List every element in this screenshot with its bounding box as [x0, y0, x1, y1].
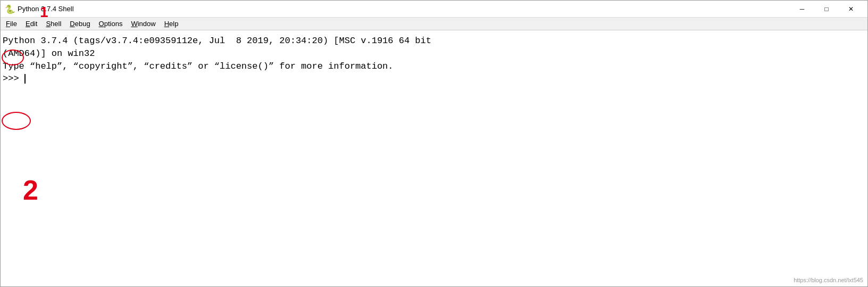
shell-prompt-line[interactable]: >>> [3, 72, 865, 85]
title-bar-left: 🐍 Python 3.7.4 Shell [5, 4, 74, 14]
annotation-circle-prompt [2, 112, 31, 130]
watermark: https://blog.csdn.net/lxt545 [794, 277, 863, 283]
shell-prompt: >>> [3, 72, 24, 85]
app-icon: 🐍 [5, 4, 14, 14]
close-button[interactable]: ✕ [839, 1, 863, 18]
menu-file[interactable]: File [2, 19, 21, 29]
maximize-button[interactable]: □ [814, 1, 839, 18]
shell-content[interactable]: Python 3.7.4 (tags/v3.7.4:e09359112e, Ju… [1, 30, 867, 286]
window-title: Python 3.7.4 Shell [18, 5, 74, 13]
menu-shell[interactable]: Shell [41, 19, 65, 29]
menu-bar: File Edit Shell Debug Options Window Hel… [1, 18, 867, 30]
shell-cursor [24, 74, 26, 84]
minimize-button[interactable]: ─ [790, 1, 814, 18]
main-window: 🐍 Python 3.7.4 Shell ─ □ ✕ 1 File Edit S… [0, 0, 868, 287]
menu-edit[interactable]: Edit [21, 19, 41, 29]
shell-output-line3: Type “help”, “copyright”, “credits” or “… [3, 60, 865, 73]
title-bar: 🐍 Python 3.7.4 Shell ─ □ ✕ 1 [1, 1, 867, 18]
menu-options[interactable]: Options [95, 19, 127, 29]
shell-output-line1: Python 3.7.4 (tags/v3.7.4:e09359112e, Ju… [3, 35, 865, 47]
annotation-2: 2 [23, 174, 38, 206]
menu-debug[interactable]: Debug [65, 19, 94, 29]
menu-window[interactable]: Window [127, 19, 160, 29]
shell-output-line2: (AMD64)] on win32 [3, 47, 865, 60]
title-bar-controls: ─ □ ✕ [790, 1, 863, 18]
menu-help[interactable]: Help [160, 19, 183, 29]
